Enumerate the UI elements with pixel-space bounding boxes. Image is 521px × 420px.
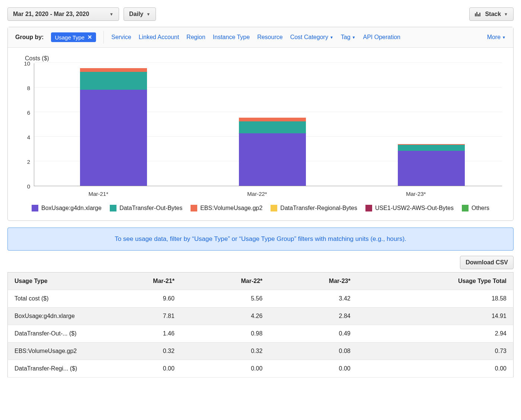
table-header-row: Usage TypeMar-21*Mar-22*Mar-23*Usage Typ… (8, 273, 514, 290)
bar-column[interactable] (239, 118, 306, 186)
groupby-option-linked-account[interactable]: Linked Account (139, 34, 179, 41)
stack-button[interactable]: Stack ▼ (469, 7, 514, 21)
caret-down-icon: ▼ (352, 35, 356, 39)
legend-label: DataTransfer-Out-Bytes (119, 205, 182, 211)
legend-swatch (110, 205, 116, 211)
caret-down-icon: ▼ (504, 12, 508, 16)
bar-segment[interactable] (398, 151, 465, 186)
download-csv-button[interactable]: Download CSV (460, 256, 514, 269)
table-row: Total cost ($)9.605.563.4218.58 (8, 290, 514, 308)
table-cell: 14.91 (357, 308, 514, 325)
table-row: EBS:VolumeUsage.gp20.320.320.080.73 (8, 343, 514, 360)
top-toolbar: Mar 21, 2020 - Mar 23, 2020 ▼ Daily ▼ St… (7, 7, 514, 21)
legend-label: USE1-USW2-AWS-Out-Bytes (375, 205, 454, 211)
table-cell: 0.32 (181, 343, 269, 360)
caret-down-icon: ▼ (502, 35, 506, 39)
table-cell: 1.46 (93, 325, 181, 343)
legend-swatch (191, 205, 197, 211)
date-range-label: Mar 21, 2020 - Mar 23, 2020 (13, 11, 89, 18)
x-tick: Mar-22* (247, 191, 267, 197)
legend-label: EBS:VolumeUsage.gp2 (200, 205, 262, 211)
table-header-cell[interactable]: Mar-21* (93, 273, 181, 290)
groupby-option-resource[interactable]: Resource (257, 34, 282, 41)
bar-segment[interactable] (80, 68, 147, 72)
bar-segment[interactable] (239, 121, 306, 133)
caret-down-icon: ▼ (146, 12, 150, 16)
table-cell: 7.81 (93, 308, 181, 325)
bar-column[interactable] (80, 68, 147, 186)
groupby-option-region[interactable]: Region (186, 34, 205, 41)
groupby-option-instance-type[interactable]: Instance Type (213, 34, 250, 41)
table-cell: 18.58 (357, 290, 514, 308)
x-axis: Mar-21*Mar-22*Mar-23* (19, 191, 502, 198)
y-axis: 0246810 (19, 63, 34, 186)
y-tick: 4 (27, 134, 30, 140)
groupby-bar: Group by: Usage Type ✕ Service Linked Ac… (8, 27, 513, 48)
groupby-option-cost-category[interactable]: Cost Category ▼ (290, 34, 333, 41)
groupby-active-text: Usage Type (55, 34, 84, 41)
table-header-cell[interactable]: Mar-22* (181, 273, 269, 290)
groupby-more[interactable]: More ▼ (487, 34, 506, 41)
table-cell: 3.42 (269, 290, 357, 308)
bar-column[interactable] (398, 144, 465, 186)
table-cell: 0.00 (269, 360, 357, 378)
table-header-cell[interactable]: Usage Type Total (357, 273, 514, 290)
bar-segment[interactable] (398, 145, 465, 151)
stack-label: Stack (485, 11, 501, 18)
y-tick: 2 (27, 159, 30, 165)
bar-segment[interactable] (239, 118, 306, 122)
bar-segment[interactable] (239, 133, 306, 186)
table-cell: 0.00 (181, 360, 269, 378)
legend-label: DataTransfer-Regional-Bytes (280, 205, 357, 211)
table-row: DataTransfer-Out-... ($)1.460.980.492.94 (8, 325, 514, 343)
table-body: Total cost ($)9.605.563.4218.58BoxUsage:… (8, 290, 514, 378)
table-cell: Total cost ($) (8, 290, 93, 308)
legend-item[interactable]: DataTransfer-Regional-Bytes (271, 205, 357, 211)
x-tick: Mar-21* (89, 191, 108, 197)
chart-legend: BoxUsage:g4dn.xlargeDataTransfer-Out-Byt… (19, 205, 502, 211)
legend-item[interactable]: BoxUsage:g4dn.xlarge (32, 205, 102, 211)
legend-swatch (271, 205, 277, 211)
legend-swatch (365, 205, 372, 211)
table-cell: 0.00 (357, 360, 514, 378)
table-cell: 9.60 (93, 290, 181, 308)
groupby-label: Group by: (15, 34, 44, 41)
bar-chart-icon (475, 12, 480, 16)
table-cell: 4.26 (181, 308, 269, 325)
table-cell: 0.98 (181, 325, 269, 343)
table-cell: 0.73 (357, 343, 514, 360)
legend-item[interactable]: Others (462, 205, 489, 211)
table-row: DataTransfer-Regi... ($)0.000.000.000.00 (8, 360, 514, 378)
info-banner: To see usage data, filter by “Usage Type… (7, 228, 514, 251)
chart-panel: Group by: Usage Type ✕ Service Linked Ac… (7, 27, 514, 221)
granularity-label: Daily (129, 11, 143, 18)
legend-item[interactable]: DataTransfer-Out-Bytes (110, 205, 182, 211)
table-cell: EBS:VolumeUsage.gp2 (8, 343, 93, 360)
groupby-option-tag[interactable]: Tag ▼ (341, 34, 356, 41)
caret-down-icon: ▼ (109, 12, 114, 16)
legend-swatch (462, 205, 469, 211)
y-tick: 8 (27, 85, 30, 91)
date-range-button[interactable]: Mar 21, 2020 - Mar 23, 2020 ▼ (7, 7, 119, 21)
legend-item[interactable]: USE1-USW2-AWS-Out-Bytes (365, 205, 454, 211)
table-cell: 0.00 (93, 360, 181, 378)
table-header-cell[interactable]: Usage Type (8, 273, 93, 290)
groupby-option-service[interactable]: Service (111, 34, 131, 41)
granularity-button[interactable]: Daily ▼ (124, 7, 156, 21)
legend-label: Others (472, 205, 489, 211)
close-icon[interactable]: ✕ (87, 34, 92, 41)
bar-segment[interactable] (80, 90, 147, 186)
chart-body: Costs ($) 0246810 Mar-21*Mar-22*Mar-23* … (8, 48, 513, 220)
table-cell: 0.32 (93, 343, 181, 360)
groupby-option-api-operation[interactable]: API Operation (363, 34, 401, 41)
table-header-cell[interactable]: Mar-23* (269, 273, 357, 290)
table-cell: DataTransfer-Out-... ($) (8, 325, 93, 343)
bar-segment[interactable] (80, 72, 147, 90)
table-cell: 0.08 (269, 343, 357, 360)
legend-item[interactable]: EBS:VolumeUsage.gp2 (191, 205, 262, 211)
plot-area (34, 63, 502, 186)
table-cell: 2.94 (357, 325, 514, 343)
groupby-active-pill[interactable]: Usage Type ✕ (51, 32, 96, 42)
y-tick: 10 (24, 60, 30, 67)
divider (103, 31, 104, 44)
